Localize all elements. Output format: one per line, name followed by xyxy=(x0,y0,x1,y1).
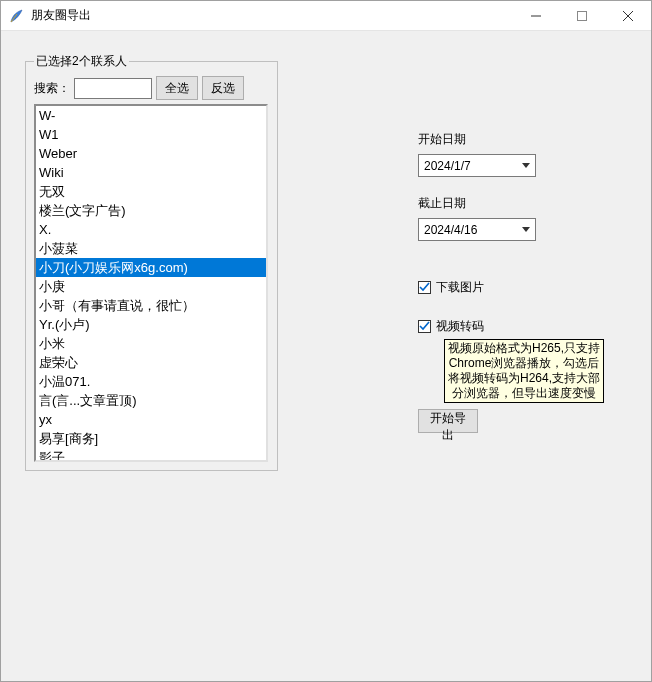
contact-listbox[interactable]: W-W1WeberWiki无双楼兰(文字广告)X.小菠菜小刀(小刀娱乐网x6g.… xyxy=(34,104,268,462)
list-item[interactable]: Yr.(小卢) xyxy=(36,315,266,334)
transcode-tooltip: 视频原始格式为H265,只支持Chrome浏览器播放，勾选后将视频转码为H264… xyxy=(444,339,604,403)
list-item[interactable]: W- xyxy=(36,106,266,125)
window-controls xyxy=(513,1,651,30)
list-item[interactable]: 言(言...文章置顶) xyxy=(36,391,266,410)
list-item[interactable]: 小刀(小刀娱乐网x6g.com) xyxy=(36,258,266,277)
list-item[interactable]: 影子 xyxy=(36,448,266,462)
start-date-combo[interactable]: 2024/1/7 xyxy=(418,154,536,177)
list-item[interactable]: 小米 xyxy=(36,334,266,353)
list-item[interactable]: Wiki xyxy=(36,163,266,182)
transcode-video-label: 视频转码 xyxy=(436,318,484,335)
search-input[interactable] xyxy=(74,78,152,99)
transcode-video-row[interactable]: 视频转码 xyxy=(418,318,627,335)
list-item[interactable]: X. xyxy=(36,220,266,239)
download-images-checkbox[interactable] xyxy=(418,281,431,294)
invert-select-button[interactable]: 反选 xyxy=(202,76,244,100)
window-body: 已选择2个联系人 搜索： 全选 反选 W-W1WeberWiki无双楼兰(文字广… xyxy=(1,31,651,681)
list-item[interactable]: Weber xyxy=(36,144,266,163)
start-date-label: 开始日期 xyxy=(418,131,627,148)
end-date-value: 2024/4/16 xyxy=(419,223,517,237)
contacts-group: 已选择2个联系人 搜索： 全选 反选 W-W1WeberWiki无双楼兰(文字广… xyxy=(25,53,278,471)
contacts-legend: 已选择2个联系人 xyxy=(34,53,129,70)
transcode-video-checkbox[interactable] xyxy=(418,320,431,333)
chevron-down-icon xyxy=(517,219,535,240)
end-date-label: 截止日期 xyxy=(418,195,627,212)
download-images-row[interactable]: 下载图片 xyxy=(418,279,627,296)
list-item[interactable]: 易享[商务] xyxy=(36,429,266,448)
search-label: 搜索： xyxy=(34,80,70,97)
window-title: 朋友圈导出 xyxy=(31,7,91,24)
start-date-value: 2024/1/7 xyxy=(419,159,517,173)
list-item[interactable]: 小温071. xyxy=(36,372,266,391)
titlebar: 朋友圈导出 xyxy=(1,1,651,31)
list-item[interactable]: 小菠菜 xyxy=(36,239,266,258)
svg-rect-1 xyxy=(578,11,587,20)
chevron-down-icon xyxy=(517,155,535,176)
end-date-combo[interactable]: 2024/4/16 xyxy=(418,218,536,241)
close-button[interactable] xyxy=(605,1,651,30)
list-item[interactable]: 楼兰(文字广告) xyxy=(36,201,266,220)
list-item[interactable]: 小庚 xyxy=(36,277,266,296)
list-item[interactable]: 虚荣心 xyxy=(36,353,266,372)
app-window: 朋友圈导出 已选择2个联系人 搜索： 全选 反选 xyxy=(0,0,652,682)
list-item[interactable]: 小哥（有事请直说，很忙） xyxy=(36,296,266,315)
right-column: 开始日期 2024/1/7 截止日期 2024/4/16 下载图片 xyxy=(278,53,627,659)
search-row: 搜索： 全选 反选 xyxy=(34,76,269,100)
download-images-label: 下载图片 xyxy=(436,279,484,296)
list-item[interactable]: 无双 xyxy=(36,182,266,201)
left-column: 已选择2个联系人 搜索： 全选 反选 W-W1WeberWiki无双楼兰(文字广… xyxy=(25,53,278,659)
app-icon xyxy=(9,8,25,24)
list-item[interactable]: W1 xyxy=(36,125,266,144)
maximize-button[interactable] xyxy=(559,1,605,30)
export-button[interactable]: 开始导出 xyxy=(418,409,478,433)
list-item[interactable]: yx xyxy=(36,410,266,429)
select-all-button[interactable]: 全选 xyxy=(156,76,198,100)
minimize-button[interactable] xyxy=(513,1,559,30)
